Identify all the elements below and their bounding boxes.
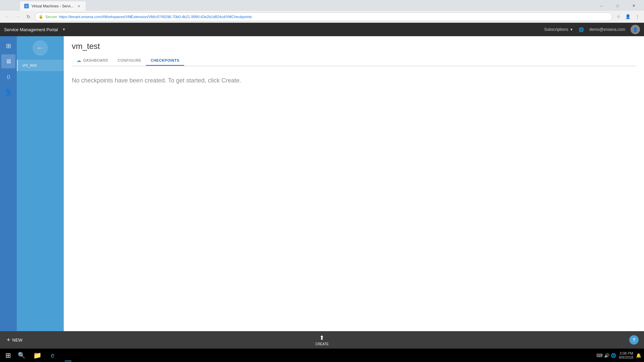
page-title: vm_test (72, 42, 636, 51)
forward-button[interactable]: → (13, 12, 22, 21)
sidebar-nav: ← vm_test (17, 36, 64, 349)
date-display: 8/9/2018 (619, 355, 633, 359)
profile-icon[interactable]: 👤 (624, 13, 632, 21)
tab-dashboard[interactable]: ☁ DASHBOARD (72, 55, 113, 66)
portal-title: Service Management Portal (4, 27, 58, 32)
portal-header: Service Management Portal ▼ Subscription… (0, 23, 644, 36)
nav-item-vm-test[interactable]: vm_test (17, 60, 64, 71)
chrome-icon: ⬤ (64, 351, 72, 359)
sidebar-item-users[interactable]: 👤 (1, 85, 15, 99)
taskbar-apps: 📁 e ⬤ (28, 349, 76, 362)
browser-tab[interactable]: V Virtual Machines - Servi... ✕ (20, 1, 86, 11)
tab-bar: ☁ DASHBOARD CONFIGURE CHECKPOINTS (72, 55, 636, 66)
refresh-button[interactable]: ↻ (24, 12, 33, 21)
tab-checkpoints-label: CHECKPOINTS (151, 58, 179, 62)
windows-icon: ⊞ (5, 351, 11, 359)
secure-label: Secure (45, 15, 57, 19)
question-icon: ? (633, 337, 636, 343)
plus-icon: + (7, 337, 10, 344)
back-button[interactable]: ← (3, 12, 11, 21)
avatar-icon: 👤 (633, 27, 638, 32)
avatar[interactable]: 👤 (631, 25, 640, 34)
menu-icon[interactable]: ⋮ (633, 13, 641, 21)
tab-dashboard-label: DASHBOARD (84, 58, 108, 62)
tab-configure[interactable]: CONFIGURE (113, 56, 146, 66)
create-label: CREATE (315, 342, 329, 346)
subscriptions-label: Subscriptions (544, 27, 568, 32)
start-button[interactable]: ⊞ (1, 349, 15, 362)
new-label: NEW (12, 338, 22, 343)
new-button[interactable]: + NEW (0, 331, 29, 349)
connections-icon: ⟨⟩ (7, 74, 10, 79)
content-header: vm_test ☁ DASHBOARD CONFIGURE CHECKPOINT… (64, 36, 644, 66)
tab-title: Virtual Machines - Servi... (32, 4, 73, 8)
clock[interactable]: 3:08 PM 8/9/2018 (619, 351, 633, 359)
tab-favicon: V (24, 4, 29, 8)
maximize-button[interactable]: □ (610, 2, 625, 9)
edge-icon: e (51, 352, 54, 359)
back-button[interactable]: ← (17, 36, 64, 60)
taskbar-right: ⌨ 🔊 🌐 3:08 PM 8/9/2018 🔔 (594, 349, 644, 362)
tab-close-button[interactable]: ✕ (76, 3, 82, 9)
nav-item-label: vm_test (22, 63, 37, 68)
tab-checkpoints[interactable]: CHECKPOINTS (146, 56, 184, 66)
browser-actions: ☆ 👤 ⋮ (614, 13, 641, 21)
user-email: demo@enseva.com (589, 27, 625, 32)
monitor-icon: 🖥 (5, 58, 11, 65)
taskbar-app-edge[interactable]: e (45, 349, 60, 362)
time-display: 3:08 PM (620, 351, 633, 355)
address-bar[interactable]: 🔒 Secure https://tenant.enseva.com/#Work… (35, 12, 612, 21)
notification-area: ⌨ 🔊 🌐 (596, 353, 616, 358)
svg-text:V: V (25, 5, 28, 8)
sidebar-item-grid[interactable]: ⊞ (1, 39, 15, 53)
help-button[interactable]: ? (629, 335, 639, 345)
grid-icon: ⊞ (6, 42, 11, 50)
portal-logo: Service Management Portal (4, 27, 58, 32)
taskbar-app-explorer[interactable]: 📁 (30, 349, 45, 362)
minimize-button[interactable]: – (594, 2, 609, 9)
content-body: No checkpoints have been created. To get… (64, 66, 644, 349)
explorer-icon: 📁 (33, 351, 42, 359)
chevron-down-icon[interactable]: ▼ (62, 27, 66, 32)
upload-icon: ⬆ (319, 334, 324, 342)
header-right: Subscriptions ▼ 🌐 demo@enseva.com 👤 (544, 25, 640, 34)
sidebar-item-connections[interactable]: ⟨⟩ (1, 70, 15, 84)
tab-configure-label: CONFIGURE (118, 58, 142, 62)
main-content: vm_test ☁ DASHBOARD CONFIGURE CHECKPOINT… (64, 36, 644, 349)
taskbar: ⊞ 🔍 📁 e ⬤ ⌨ 🔊 🌐 3:08 PM 8/9/2018 🔔 (0, 349, 644, 362)
subscriptions-link[interactable]: Subscriptions ▼ (544, 27, 573, 32)
cloud-icon: ☁ (76, 58, 82, 63)
star-icon[interactable]: ☆ (614, 13, 623, 21)
taskbar-app-chrome[interactable]: ⬤ (60, 349, 76, 362)
filter-icon: ▼ (570, 27, 573, 32)
url-text: https://tenant.enseva.com/#Workspaces/VM… (59, 15, 609, 19)
empty-message: No checkpoints have been created. To get… (72, 77, 636, 84)
secure-icon: 🔒 (39, 14, 43, 19)
network-icon: 🌐 (611, 353, 616, 358)
arrow-left-icon: ← (37, 44, 44, 52)
close-icon: ✕ (77, 4, 80, 8)
sidebar-item-vm[interactable]: 🖥 (1, 54, 15, 68)
search-icon: 🔍 (18, 352, 25, 359)
create-button[interactable]: ⬆ CREATE (310, 332, 334, 348)
notification-icon[interactable]: 🔔 (636, 353, 641, 358)
search-button[interactable]: 🔍 (15, 349, 28, 362)
back-circle: ← (33, 40, 48, 56)
sidebar-icons: ⊞ 🖥 ⟨⟩ 👤 (0, 36, 17, 349)
bottom-toolbar: + NEW ⬆ CREATE ? (0, 331, 644, 349)
globe-icon[interactable]: 🌐 (579, 27, 584, 32)
keyboard-icon: ⌨ (596, 353, 603, 358)
close-button[interactable]: ✕ (626, 2, 641, 9)
window-controls: – □ ✕ (594, 2, 641, 9)
user-icon: 👤 (5, 88, 12, 96)
speaker-icon: 🔊 (604, 353, 609, 358)
